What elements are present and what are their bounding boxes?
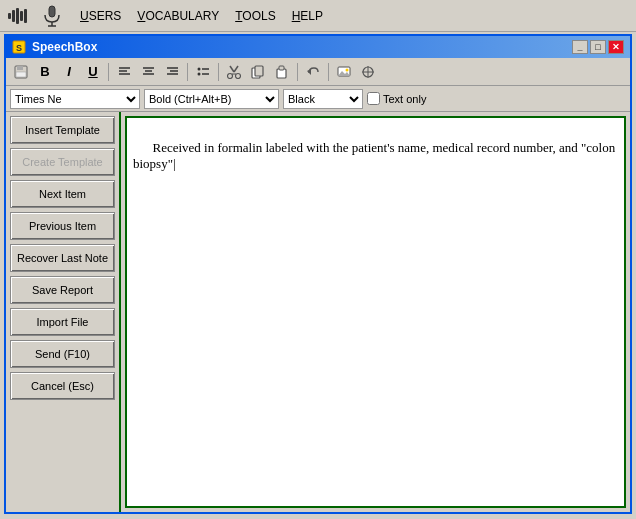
svg-rect-29: [279, 66, 284, 70]
svg-line-21: [230, 66, 234, 72]
separator-4: [297, 63, 298, 81]
font-style-select[interactable]: Bold (Ctrl+Alt+B): [144, 89, 279, 109]
color-select[interactable]: Black: [283, 89, 363, 109]
insert-template-button[interactable]: Insert Template: [10, 116, 115, 144]
svg-point-19: [197, 73, 200, 76]
text-only-label: Text only: [367, 92, 426, 105]
underline-icon: U: [88, 64, 97, 79]
save-toolbar-button[interactable]: [10, 61, 32, 83]
send-button[interactable]: Send (F10): [10, 340, 115, 368]
svg-rect-27: [255, 66, 263, 76]
close-button[interactable]: ✕: [608, 40, 624, 54]
svg-point-23: [228, 73, 233, 78]
app-icons: [8, 4, 64, 28]
toolbar: B I U: [6, 58, 630, 86]
window-icon: S: [12, 40, 26, 54]
svg-rect-0: [49, 6, 55, 17]
previous-item-button[interactable]: Previous Item: [10, 212, 115, 240]
next-item-button[interactable]: Next Item: [10, 180, 115, 208]
bullet-list-button[interactable]: [192, 61, 214, 83]
menu-items: USERS VOCABULARY TOOLS HELP: [80, 9, 323, 23]
align-right-button[interactable]: [161, 61, 183, 83]
formatbar: Times Ne Bold (Ctrl+Alt+B) Black Text on…: [6, 86, 630, 112]
align-left-button[interactable]: [113, 61, 135, 83]
minimize-button[interactable]: _: [572, 40, 588, 54]
separator-1: [108, 63, 109, 81]
window-title: SpeechBox: [32, 40, 97, 54]
recover-last-note-button[interactable]: Recover Last Note: [10, 244, 115, 272]
titlebar-controls: _ □ ✕: [572, 40, 624, 54]
bold-icon: B: [40, 64, 49, 79]
svg-point-24: [236, 73, 241, 78]
image-button[interactable]: [333, 61, 355, 83]
separator-3: [218, 63, 219, 81]
import-file-button[interactable]: Import File: [10, 308, 115, 336]
menu-vocabulary[interactable]: VOCABULARY: [137, 9, 219, 23]
wave-icon: [8, 8, 32, 24]
menu-help[interactable]: HELP: [292, 9, 323, 23]
menu-users[interactable]: USERS: [80, 9, 121, 23]
image-icon: [337, 65, 351, 79]
svg-text:S: S: [16, 43, 22, 53]
menubar: USERS VOCABULARY TOOLS HELP: [0, 0, 636, 32]
bold-button[interactable]: B: [34, 61, 56, 83]
menu-tools[interactable]: TOOLS: [235, 9, 275, 23]
copy-icon: [251, 65, 265, 79]
svg-point-33: [346, 68, 349, 71]
window-titlebar: S SpeechBox _ □ ✕: [6, 36, 630, 58]
align-center-button[interactable]: [137, 61, 159, 83]
crosshair-button[interactable]: [357, 61, 379, 83]
mic-icon: [40, 4, 64, 28]
undo-button[interactable]: [302, 61, 324, 83]
maximize-button[interactable]: □: [590, 40, 606, 54]
editor-cursor: [173, 156, 176, 171]
cancel-button[interactable]: Cancel (Esc): [10, 372, 115, 400]
main-content: Insert Template Create Template Next Ite…: [6, 112, 630, 512]
create-template-button[interactable]: Create Template: [10, 148, 115, 176]
paste-button[interactable]: [271, 61, 293, 83]
text-only-text: Text only: [383, 93, 426, 105]
speechbox-window: S SpeechBox _ □ ✕ B I U: [4, 34, 632, 514]
underline-button[interactable]: U: [82, 61, 104, 83]
separator-5: [328, 63, 329, 81]
save-report-button[interactable]: Save Report: [10, 276, 115, 304]
copy-button[interactable]: [247, 61, 269, 83]
left-panel: Insert Template Create Template Next Ite…: [6, 112, 121, 512]
separator-2: [187, 63, 188, 81]
italic-icon: I: [67, 64, 71, 79]
text-only-checkbox[interactable]: [367, 92, 380, 105]
svg-line-22: [234, 66, 238, 72]
crosshair-icon: [361, 65, 375, 79]
align-center-icon: [142, 65, 155, 78]
cut-icon: [227, 65, 241, 79]
italic-button[interactable]: I: [58, 61, 80, 83]
paste-icon: [275, 65, 289, 79]
editor-content: Received in formalin labeled with the pa…: [133, 140, 618, 171]
bullet-list-icon: [197, 65, 210, 78]
editor-area[interactable]: Received in formalin labeled with the pa…: [125, 116, 626, 508]
svg-rect-7: [16, 72, 26, 77]
align-right-icon: [166, 65, 179, 78]
svg-point-17: [197, 68, 200, 71]
font-name-select[interactable]: Times Ne: [10, 89, 140, 109]
undo-icon: [306, 65, 320, 79]
cut-button[interactable]: [223, 61, 245, 83]
svg-rect-6: [17, 66, 23, 70]
align-left-icon: [118, 65, 131, 78]
